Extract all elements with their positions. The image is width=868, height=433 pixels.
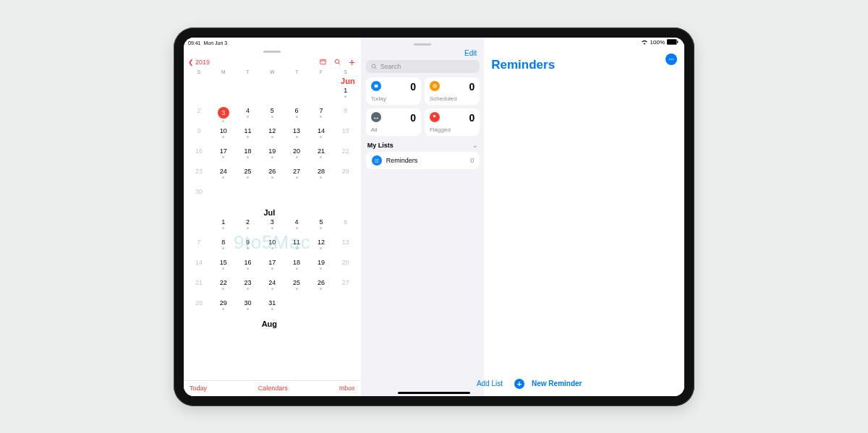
weekday-label: S bbox=[187, 69, 211, 74]
search-icon bbox=[370, 63, 378, 70]
edit-button[interactable]: Edit bbox=[464, 49, 477, 57]
calendar-day[interactable]: 26 bbox=[260, 166, 284, 187]
card-scheduled-count: 0 bbox=[469, 81, 475, 93]
reminders-bottom-toolbar: Add List + New Reminder bbox=[362, 379, 684, 389]
tray-icon bbox=[371, 112, 381, 122]
card-all[interactable]: 0 All bbox=[366, 108, 421, 136]
calendar-day[interactable]: 12 bbox=[260, 126, 284, 146]
calendar-day[interactable]: 11 bbox=[236, 126, 260, 146]
calendar-day[interactable]: 11 bbox=[284, 237, 309, 257]
plus-circle-icon[interactable]: + bbox=[514, 379, 524, 389]
calendar-day[interactable]: 29 bbox=[211, 298, 236, 318]
calendar-day[interactable]: 1 bbox=[333, 85, 358, 106]
card-today[interactable]: 0 Today bbox=[366, 77, 421, 105]
calendar-day[interactable]: 7 bbox=[309, 106, 333, 126]
status-time: 09:41 bbox=[188, 40, 201, 46]
calendar-day[interactable]: 15 bbox=[333, 126, 358, 146]
calendar-day[interactable]: 19 bbox=[260, 146, 284, 166]
calendar-day[interactable]: 6 bbox=[284, 106, 309, 126]
calendar-day[interactable]: 25 bbox=[236, 166, 260, 187]
svg-rect-8 bbox=[376, 160, 378, 161]
calendar-day[interactable]: 20 bbox=[284, 146, 309, 166]
split-handle-right[interactable] bbox=[414, 43, 431, 46]
today-button[interactable]: Today bbox=[190, 385, 207, 392]
calendar-day[interactable]: 18 bbox=[236, 146, 260, 166]
calendar-day[interactable]: 14 bbox=[187, 257, 211, 278]
calendar-day[interactable]: 21 bbox=[309, 146, 333, 166]
split-handle-left[interactable] bbox=[263, 51, 281, 53]
calendar-day[interactable]: 23 bbox=[236, 278, 260, 298]
calendar-day[interactable]: 26 bbox=[309, 278, 333, 298]
calendar-day[interactable]: 13 bbox=[333, 237, 358, 257]
calendar-day[interactable]: 8 bbox=[333, 106, 358, 126]
calendar-day[interactable]: 6 bbox=[333, 217, 358, 237]
add-list-button[interactable]: Add List bbox=[477, 380, 503, 387]
calendar-day[interactable]: 30 bbox=[236, 298, 260, 318]
calendar-day[interactable]: 10 bbox=[260, 237, 284, 257]
list-view-icon[interactable] bbox=[319, 58, 328, 67]
calendar-day[interactable]: 13 bbox=[284, 126, 309, 146]
calendar-day[interactable]: 1 bbox=[211, 217, 236, 237]
new-reminder-button[interactable]: New Reminder bbox=[532, 380, 582, 387]
search-icon[interactable] bbox=[333, 58, 342, 67]
calendar-day[interactable]: 28 bbox=[187, 298, 211, 318]
calendar-day[interactable]: 14 bbox=[309, 126, 333, 146]
calendar-day[interactable]: 5 bbox=[309, 217, 333, 237]
svg-rect-12 bbox=[677, 40, 678, 43]
calendar-day bbox=[260, 85, 284, 106]
calendar-day[interactable]: 23 bbox=[187, 166, 211, 187]
calendar-day[interactable]: 4 bbox=[236, 106, 260, 126]
calendar-day[interactable]: 3 bbox=[211, 106, 236, 126]
calendar-day[interactable]: 28 bbox=[309, 166, 333, 187]
calendar-day[interactable]: 3 bbox=[260, 217, 284, 237]
calendar-day[interactable]: 16 bbox=[187, 146, 211, 166]
calendar-day[interactable]: 9 bbox=[187, 126, 211, 146]
calendar-day[interactable]: 10 bbox=[211, 126, 236, 146]
calendar-day[interactable]: 4 bbox=[284, 217, 309, 237]
calendar-day[interactable]: 17 bbox=[211, 146, 236, 166]
calendar-day[interactable]: 16 bbox=[236, 257, 260, 278]
calendar-day[interactable]: 2 bbox=[187, 106, 211, 126]
search-input[interactable]: Search bbox=[366, 60, 480, 73]
calendar-day[interactable]: 5 bbox=[260, 106, 284, 126]
calendar-day[interactable]: 7 bbox=[187, 237, 211, 257]
screen: 09:41 Mon Jun 3 ❮ 2019 + SMTWTFS bbox=[184, 38, 684, 396]
weekday-label: W bbox=[260, 69, 284, 74]
inbox-button[interactable]: Inbox bbox=[339, 385, 355, 392]
calendar-day[interactable]: 31 bbox=[260, 298, 284, 318]
calendar-day[interactable]: 17 bbox=[260, 257, 284, 278]
calendar-day[interactable]: 27 bbox=[284, 166, 309, 187]
svg-point-14 bbox=[671, 59, 672, 60]
calendar-day[interactable]: 12 bbox=[309, 237, 333, 257]
calendars-button[interactable]: Calendars bbox=[258, 385, 288, 392]
card-flagged[interactable]: 0 Flagged bbox=[425, 108, 480, 136]
card-scheduled[interactable]: 0 Scheduled bbox=[425, 77, 480, 105]
calendar-day[interactable]: 24 bbox=[260, 278, 284, 298]
calendar-day[interactable]: 19 bbox=[309, 257, 333, 278]
calendar-day[interactable]: 18 bbox=[284, 257, 309, 278]
calendar-day[interactable]: 9 bbox=[236, 237, 260, 257]
calendar-scroll[interactable]: Jun 123456789101112131415161718192021222… bbox=[184, 75, 361, 380]
calendar-day[interactable]: 29 bbox=[333, 166, 358, 187]
home-indicator[interactable] bbox=[398, 392, 470, 394]
calendar-day[interactable]: 27 bbox=[333, 278, 358, 298]
calendar-day[interactable]: 20 bbox=[333, 257, 358, 278]
calendar-day[interactable]: 8 bbox=[211, 237, 236, 257]
calendar-day[interactable]: 30 bbox=[187, 187, 211, 207]
calendar-day[interactable]: 2 bbox=[236, 217, 260, 237]
calendar-day[interactable]: 25 bbox=[284, 278, 309, 298]
calendar-day[interactable]: 21 bbox=[187, 278, 211, 298]
calendar-day[interactable]: 15 bbox=[211, 257, 236, 278]
calendar-day[interactable]: 22 bbox=[333, 146, 358, 166]
calendar-day bbox=[211, 85, 236, 106]
svg-point-7 bbox=[375, 160, 375, 160]
add-event-icon[interactable]: + bbox=[348, 58, 357, 67]
my-lists-header[interactable]: My Lists ⌄ bbox=[366, 140, 480, 152]
svg-point-5 bbox=[375, 158, 375, 159]
list-item-reminders[interactable]: Reminders 0 bbox=[366, 152, 480, 169]
list-bullet-icon bbox=[372, 155, 382, 166]
more-button[interactable] bbox=[665, 53, 677, 65]
calendar-day[interactable]: 24 bbox=[211, 166, 236, 187]
calendar-day[interactable]: 22 bbox=[211, 278, 236, 298]
calendar-back-button[interactable]: ❮ 2019 bbox=[188, 59, 210, 66]
